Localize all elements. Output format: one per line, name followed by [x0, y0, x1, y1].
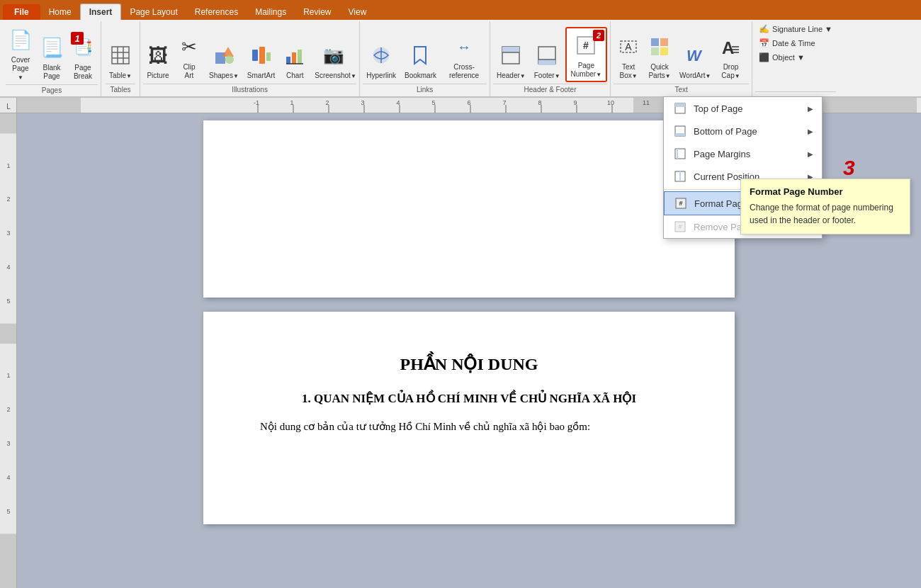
table-button[interactable]: Table▼ — [106, 38, 135, 82]
v-ruler: 1 2 3 4 5 1 2 3 4 5 — [0, 113, 17, 588]
svg-text:10: 10 — [607, 99, 614, 106]
bottom-of-page-icon — [672, 123, 688, 139]
top-of-page-icon — [672, 101, 688, 116]
smartart-button[interactable]: SmartArt — [244, 38, 278, 82]
ribbon-group-right: ✍Signature Line ▼ 📅Date & Time ⬛Object ▼ — [752, 21, 839, 96]
text-box-button[interactable]: A TextBox▼ — [614, 30, 643, 82]
object-button[interactable]: ⬛Object ▼ — [755, 51, 836, 64]
tab-insert[interactable]: Insert — [80, 4, 122, 20]
svg-text:#: # — [583, 40, 589, 51]
shapes-button[interactable]: Shapes▼ — [205, 38, 242, 82]
menu-item-page-margins[interactable]: Page Margins ▶ — [664, 142, 822, 165]
page-number-button[interactable]: 2 # PageNumber▼ — [565, 27, 608, 82]
svg-text:1: 1 — [6, 372, 10, 379]
svg-rect-8 — [252, 50, 258, 61]
svg-rect-0 — [112, 47, 129, 64]
svg-text:9: 9 — [573, 99, 577, 106]
svg-rect-18 — [502, 47, 519, 52]
page2-body: Nội dung cơ bản của tư tưởng Hồ Chí Minh… — [260, 420, 678, 433]
page2-subheading: 1. QUAN NIỆM CỦA HỒ CHÍ MINH VỀ CHỦ NGHĨ… — [260, 391, 678, 406]
date-time-button[interactable]: 📅Date & Time — [755, 37, 836, 50]
wordart-button[interactable]: W WordArt▼ — [676, 38, 714, 82]
right-group-label — [755, 91, 836, 95]
cover-page-button[interactable]: 📄 CoverPage ▼ — [6, 23, 35, 83]
svg-rect-13 — [298, 50, 302, 64]
svg-text:1: 1 — [6, 162, 10, 169]
app-container: File Home Insert Page Layout References … — [0, 0, 921, 588]
page2-heading: PHẦN NỘI DUNG — [260, 354, 678, 374]
tab-page-layout[interactable]: Page Layout — [121, 4, 186, 20]
svg-rect-21 — [538, 60, 555, 65]
tables-group-label: Tables — [106, 84, 135, 95]
page-margins-arrow: ▶ — [808, 150, 813, 158]
quick-parts-button[interactable]: QuickParts▼ — [645, 30, 674, 82]
tab-bar: File Home Insert Page Layout References … — [0, 0, 921, 20]
ribbon-group-pages: 📄 CoverPage ▼ 📃 BlankPage 1 📑 PageBreak … — [3, 21, 101, 96]
menu-item-top-of-page[interactable]: Top of Page ▶ — [664, 97, 822, 120]
svg-rect-27 — [651, 38, 659, 46]
svg-point-7 — [225, 55, 234, 64]
svg-text:#: # — [679, 200, 682, 207]
blank-page-button[interactable]: 📃 BlankPage — [37, 30, 67, 83]
format-page-number-tooltip: Format Page Number Change the format of … — [740, 179, 910, 234]
page-margins-icon — [672, 146, 688, 162]
tab-mailings[interactable]: Mailings — [247, 4, 295, 20]
svg-rect-38 — [81, 98, 633, 113]
ribbon-group-tables: Table▼ Tables — [101, 21, 140, 96]
svg-text:5: 5 — [431, 99, 435, 106]
menu-item-bottom-of-page[interactable]: Bottom of Page ▶ — [664, 120, 822, 142]
svg-text:2: 2 — [6, 406, 10, 413]
svg-rect-67 — [0, 113, 17, 134]
svg-text:4: 4 — [6, 474, 10, 481]
chart-button[interactable]: Chart — [280, 38, 310, 82]
format-page-numbers-icon: # — [673, 196, 689, 211]
step3-label: 3 — [843, 156, 855, 180]
svg-text:#: # — [678, 223, 682, 230]
header-button[interactable]: Header▼ — [493, 38, 529, 82]
svg-rect-37 — [17, 98, 81, 113]
text-group-label: Text — [614, 84, 749, 95]
ribbon-group-header-footer: Header▼ Footer▼ 2 # PageNumber▼ Header &… — [490, 21, 611, 96]
svg-rect-29 — [651, 47, 659, 55]
svg-rect-11 — [286, 57, 290, 64]
ribbon-group-links: Hyperlink Bookmark ↔ Cross-reference Lin… — [360, 21, 490, 96]
svg-rect-83 — [675, 103, 685, 107]
ruler-corner: L — [0, 98, 17, 113]
svg-rect-71 — [0, 533, 17, 588]
screenshot-button[interactable]: 📷 Screenshot▼ — [311, 38, 356, 82]
picture-button[interactable]: 🖼 Picture — [143, 38, 173, 82]
svg-text:4: 4 — [6, 264, 10, 271]
clip-art-button[interactable]: ✂ ClipArt — [174, 30, 204, 82]
svg-text:8: 8 — [538, 99, 541, 106]
tooltip-title: Format Page Number — [750, 186, 901, 197]
signature-line-button[interactable]: ✍Signature Line ▼ — [755, 23, 836, 35]
footer-button[interactable]: Footer▼ — [531, 38, 564, 82]
svg-text:11: 11 — [643, 99, 650, 106]
pages-group-label: Pages — [6, 84, 98, 96]
svg-text:-1: -1 — [254, 99, 259, 106]
bookmark-button[interactable]: Bookmark — [401, 38, 440, 82]
svg-rect-10 — [266, 52, 271, 61]
hyperlink-button[interactable]: Hyperlink — [363, 38, 400, 82]
ribbon: 📄 CoverPage ▼ 📃 BlankPage 1 📑 PageBreak … — [0, 20, 921, 98]
svg-text:6: 6 — [467, 99, 470, 106]
svg-rect-30 — [660, 47, 668, 55]
page-break-button[interactable]: 1 📑 PageBreak — [68, 30, 98, 83]
drop-cap-button[interactable]: A DropCap▼ — [716, 30, 745, 82]
ribbon-group-illustrations: 🖼 Picture ✂ ClipArt Shapes▼ — [140, 21, 360, 96]
svg-rect-85 — [675, 133, 685, 136]
svg-marker-6 — [222, 47, 234, 57]
svg-text:2: 2 — [325, 99, 329, 106]
links-group-label: Links — [363, 84, 487, 95]
tab-references[interactable]: References — [186, 4, 247, 20]
header-footer-group-label: Header & Footer — [493, 84, 607, 95]
tab-file[interactable]: File — [3, 4, 40, 20]
current-position-icon — [672, 169, 688, 184]
svg-text:A: A — [625, 41, 632, 52]
svg-text:7: 7 — [502, 99, 506, 106]
tab-home[interactable]: Home — [40, 4, 80, 20]
cross-reference-button[interactable]: ↔ Cross-reference — [441, 30, 487, 82]
tab-review[interactable]: Review — [295, 4, 339, 20]
page-1 — [203, 120, 735, 298]
tab-view[interactable]: View — [340, 4, 375, 20]
